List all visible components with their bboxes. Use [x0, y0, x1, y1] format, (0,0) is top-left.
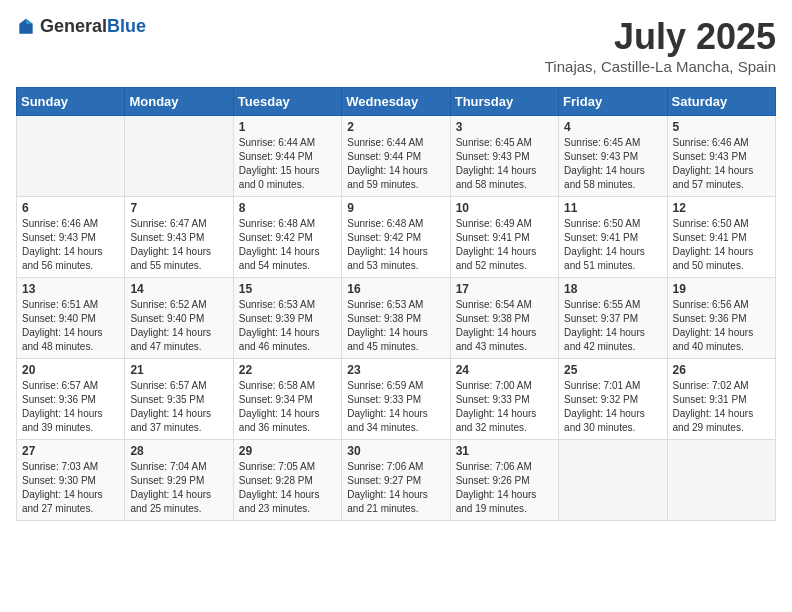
day-number: 28 [130, 444, 227, 458]
calendar-cell: 3Sunrise: 6:45 AM Sunset: 9:43 PM Daylig… [450, 116, 558, 197]
day-number: 7 [130, 201, 227, 215]
day-number: 3 [456, 120, 553, 134]
calendar-cell: 16Sunrise: 6:53 AM Sunset: 9:38 PM Dayli… [342, 278, 450, 359]
calendar-body: 1Sunrise: 6:44 AM Sunset: 9:44 PM Daylig… [17, 116, 776, 521]
day-info: Sunrise: 7:06 AM Sunset: 9:26 PM Dayligh… [456, 460, 553, 516]
day-info: Sunrise: 6:48 AM Sunset: 9:42 PM Dayligh… [239, 217, 336, 273]
day-number: 6 [22, 201, 119, 215]
day-info: Sunrise: 6:52 AM Sunset: 9:40 PM Dayligh… [130, 298, 227, 354]
day-info: Sunrise: 6:56 AM Sunset: 9:36 PM Dayligh… [673, 298, 770, 354]
day-number: 23 [347, 363, 444, 377]
day-info: Sunrise: 6:48 AM Sunset: 9:42 PM Dayligh… [347, 217, 444, 273]
day-number: 12 [673, 201, 770, 215]
calendar-cell: 5Sunrise: 6:46 AM Sunset: 9:43 PM Daylig… [667, 116, 775, 197]
calendar-table: SundayMondayTuesdayWednesdayThursdayFrid… [16, 87, 776, 521]
calendar-cell: 31Sunrise: 7:06 AM Sunset: 9:26 PM Dayli… [450, 440, 558, 521]
day-number: 29 [239, 444, 336, 458]
calendar-cell: 11Sunrise: 6:50 AM Sunset: 9:41 PM Dayli… [559, 197, 667, 278]
calendar-cell: 10Sunrise: 6:49 AM Sunset: 9:41 PM Dayli… [450, 197, 558, 278]
day-info: Sunrise: 6:47 AM Sunset: 9:43 PM Dayligh… [130, 217, 227, 273]
calendar-cell: 13Sunrise: 6:51 AM Sunset: 9:40 PM Dayli… [17, 278, 125, 359]
day-number: 22 [239, 363, 336, 377]
day-info: Sunrise: 7:01 AM Sunset: 9:32 PM Dayligh… [564, 379, 661, 435]
page-header: GeneralBlue July 2025 Tinajas, Castille-… [16, 16, 776, 75]
day-info: Sunrise: 6:57 AM Sunset: 9:36 PM Dayligh… [22, 379, 119, 435]
day-number: 19 [673, 282, 770, 296]
calendar-week-row: 13Sunrise: 6:51 AM Sunset: 9:40 PM Dayli… [17, 278, 776, 359]
calendar-cell: 27Sunrise: 7:03 AM Sunset: 9:30 PM Dayli… [17, 440, 125, 521]
logo-icon [16, 17, 36, 37]
day-number: 30 [347, 444, 444, 458]
day-number: 13 [22, 282, 119, 296]
calendar-cell: 7Sunrise: 6:47 AM Sunset: 9:43 PM Daylig… [125, 197, 233, 278]
calendar-cell: 14Sunrise: 6:52 AM Sunset: 9:40 PM Dayli… [125, 278, 233, 359]
day-number: 25 [564, 363, 661, 377]
calendar-cell: 17Sunrise: 6:54 AM Sunset: 9:38 PM Dayli… [450, 278, 558, 359]
day-info: Sunrise: 6:50 AM Sunset: 9:41 PM Dayligh… [673, 217, 770, 273]
logo: GeneralBlue [16, 16, 146, 37]
day-number: 10 [456, 201, 553, 215]
calendar-cell [125, 116, 233, 197]
day-info: Sunrise: 6:46 AM Sunset: 9:43 PM Dayligh… [673, 136, 770, 192]
calendar-cell: 21Sunrise: 6:57 AM Sunset: 9:35 PM Dayli… [125, 359, 233, 440]
day-info: Sunrise: 6:58 AM Sunset: 9:34 PM Dayligh… [239, 379, 336, 435]
calendar-cell: 4Sunrise: 6:45 AM Sunset: 9:43 PM Daylig… [559, 116, 667, 197]
calendar-cell: 6Sunrise: 6:46 AM Sunset: 9:43 PM Daylig… [17, 197, 125, 278]
day-number: 17 [456, 282, 553, 296]
day-info: Sunrise: 6:50 AM Sunset: 9:41 PM Dayligh… [564, 217, 661, 273]
calendar-cell: 18Sunrise: 6:55 AM Sunset: 9:37 PM Dayli… [559, 278, 667, 359]
calendar-cell: 19Sunrise: 6:56 AM Sunset: 9:36 PM Dayli… [667, 278, 775, 359]
day-info: Sunrise: 6:51 AM Sunset: 9:40 PM Dayligh… [22, 298, 119, 354]
logo-blue: Blue [107, 16, 146, 36]
weekday-header-saturday: Saturday [667, 88, 775, 116]
day-number: 18 [564, 282, 661, 296]
calendar-cell: 1Sunrise: 6:44 AM Sunset: 9:44 PM Daylig… [233, 116, 341, 197]
calendar-cell: 12Sunrise: 6:50 AM Sunset: 9:41 PM Dayli… [667, 197, 775, 278]
calendar-cell: 29Sunrise: 7:05 AM Sunset: 9:28 PM Dayli… [233, 440, 341, 521]
calendar-cell [17, 116, 125, 197]
weekday-header-monday: Monday [125, 88, 233, 116]
calendar-cell: 20Sunrise: 6:57 AM Sunset: 9:36 PM Dayli… [17, 359, 125, 440]
day-info: Sunrise: 7:03 AM Sunset: 9:30 PM Dayligh… [22, 460, 119, 516]
weekday-header-wednesday: Wednesday [342, 88, 450, 116]
day-info: Sunrise: 6:53 AM Sunset: 9:38 PM Dayligh… [347, 298, 444, 354]
calendar-cell: 9Sunrise: 6:48 AM Sunset: 9:42 PM Daylig… [342, 197, 450, 278]
day-info: Sunrise: 7:04 AM Sunset: 9:29 PM Dayligh… [130, 460, 227, 516]
day-number: 16 [347, 282, 444, 296]
weekday-header-friday: Friday [559, 88, 667, 116]
day-info: Sunrise: 6:45 AM Sunset: 9:43 PM Dayligh… [564, 136, 661, 192]
location-text: Tinajas, Castille-La Mancha, Spain [545, 58, 776, 75]
day-number: 21 [130, 363, 227, 377]
calendar-cell: 2Sunrise: 6:44 AM Sunset: 9:44 PM Daylig… [342, 116, 450, 197]
day-info: Sunrise: 6:53 AM Sunset: 9:39 PM Dayligh… [239, 298, 336, 354]
logo-text: GeneralBlue [40, 16, 146, 37]
calendar-week-row: 20Sunrise: 6:57 AM Sunset: 9:36 PM Dayli… [17, 359, 776, 440]
calendar-cell: 15Sunrise: 6:53 AM Sunset: 9:39 PM Dayli… [233, 278, 341, 359]
day-info: Sunrise: 6:44 AM Sunset: 9:44 PM Dayligh… [239, 136, 336, 192]
day-info: Sunrise: 6:46 AM Sunset: 9:43 PM Dayligh… [22, 217, 119, 273]
calendar-cell [667, 440, 775, 521]
calendar-cell: 28Sunrise: 7:04 AM Sunset: 9:29 PM Dayli… [125, 440, 233, 521]
calendar-cell: 25Sunrise: 7:01 AM Sunset: 9:32 PM Dayli… [559, 359, 667, 440]
month-year-title: July 2025 [545, 16, 776, 58]
day-info: Sunrise: 7:06 AM Sunset: 9:27 PM Dayligh… [347, 460, 444, 516]
calendar-cell: 26Sunrise: 7:02 AM Sunset: 9:31 PM Dayli… [667, 359, 775, 440]
day-number: 1 [239, 120, 336, 134]
day-number: 9 [347, 201, 444, 215]
calendar-week-row: 27Sunrise: 7:03 AM Sunset: 9:30 PM Dayli… [17, 440, 776, 521]
calendar-header: SundayMondayTuesdayWednesdayThursdayFrid… [17, 88, 776, 116]
day-number: 27 [22, 444, 119, 458]
day-info: Sunrise: 6:57 AM Sunset: 9:35 PM Dayligh… [130, 379, 227, 435]
day-info: Sunrise: 6:45 AM Sunset: 9:43 PM Dayligh… [456, 136, 553, 192]
day-info: Sunrise: 7:02 AM Sunset: 9:31 PM Dayligh… [673, 379, 770, 435]
calendar-cell: 23Sunrise: 6:59 AM Sunset: 9:33 PM Dayli… [342, 359, 450, 440]
calendar-cell: 8Sunrise: 6:48 AM Sunset: 9:42 PM Daylig… [233, 197, 341, 278]
calendar-cell: 24Sunrise: 7:00 AM Sunset: 9:33 PM Dayli… [450, 359, 558, 440]
day-info: Sunrise: 6:54 AM Sunset: 9:38 PM Dayligh… [456, 298, 553, 354]
weekday-header-sunday: Sunday [17, 88, 125, 116]
day-number: 14 [130, 282, 227, 296]
day-info: Sunrise: 6:59 AM Sunset: 9:33 PM Dayligh… [347, 379, 444, 435]
logo-general: General [40, 16, 107, 36]
day-info: Sunrise: 6:44 AM Sunset: 9:44 PM Dayligh… [347, 136, 444, 192]
day-number: 15 [239, 282, 336, 296]
